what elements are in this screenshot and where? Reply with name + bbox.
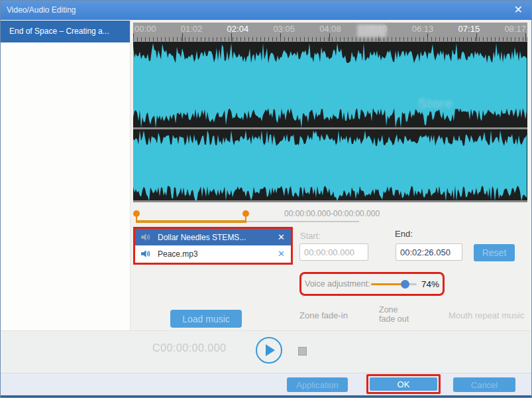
waveform-graphic — [133, 42, 527, 129]
selection-time-range: 00:00:00.000-00:00:00.000 — [284, 209, 380, 218]
waveform-track-2 — [133, 129, 527, 202]
tick-label: 06:13 — [412, 24, 434, 34]
playback-time: C00:00:00.000 — [152, 342, 226, 354]
music-track-list: Dollar Needles STEMS... ✕ Peace.mp3 ✕ — [133, 227, 293, 265]
waveform-track-1: Store — [133, 42, 527, 129]
zone-fade-in-label: Zone fade-in — [299, 310, 348, 320]
trim-range-track — [246, 221, 359, 222]
track-row-dollar-needles[interactable]: Dollar Needles STEMS... ✕ — [135, 229, 291, 245]
tick-label: 03:05 — [273, 24, 295, 34]
start-label: Start: — [300, 231, 321, 241]
waveform-panel: 00:00 01:02 02:04 03:05 04:08 05:10 06:1… — [133, 23, 527, 206]
watermark-smudge — [357, 25, 386, 37]
end-time-field[interactable] — [396, 243, 462, 261]
slider-handle[interactable] — [401, 280, 409, 289]
trim-end-stem — [245, 216, 246, 222]
track-name: Dollar Needles STEMS... — [158, 233, 278, 242]
sidebar-item-label: End of Space – Creating a... — [9, 27, 109, 36]
speaker-icon — [141, 233, 151, 241]
video-audio-editing-dialog: Video/Audio Editing ✕ End of Space – Cre… — [0, 0, 532, 398]
sidebar: End of Space – Creating a... — [1, 20, 131, 330]
waveform-graphic — [133, 129, 527, 202]
track-row-peace-mp3[interactable]: Peace.mp3 ✕ — [135, 245, 291, 262]
load-music-button[interactable]: Load music — [170, 310, 242, 328]
start-time-field[interactable] — [299, 243, 368, 261]
ok-button[interactable]: OK — [370, 377, 437, 391]
title-bar: Video/Audio Editing ✕ — [1, 1, 531, 20]
voice-adjustment-slider[interactable] — [371, 280, 417, 289]
trim-start-handle[interactable] — [133, 210, 140, 217]
window-title: Video/Audio Editing — [7, 5, 76, 15]
playback-bar: C00:00:00.000 — [1, 330, 531, 374]
voice-adjustment-group: Voice adjustment: 74% — [299, 272, 445, 296]
timeline-ruler[interactable]: 00:00 01:02 02:04 03:05 04:08 05:10 06:1… — [133, 23, 527, 42]
track-name: Peace.mp3 — [158, 249, 278, 259]
trim-range-bar — [136, 220, 246, 223]
mouth-repeat-music-label: Mouth repeat music — [449, 310, 524, 320]
reset-button[interactable]: Reset — [474, 244, 515, 261]
watermark-text: Store — [418, 96, 453, 111]
cancel-button[interactable]: Cancel — [453, 377, 515, 392]
tick-label: 07:15 — [458, 24, 480, 34]
timeline-labels: 00:00 01:02 02:04 03:05 04:08 05:10 06:1… — [133, 24, 527, 34]
footer-bar: Application OK Cancel — [1, 373, 531, 397]
voice-adjustment-value: 74% — [421, 279, 439, 289]
end-label: End: — [395, 229, 413, 239]
trim-end-handle[interactable] — [242, 210, 249, 217]
tick-label: 01:02 — [181, 24, 203, 34]
zone-fade-out-label: Zone fade out — [379, 305, 409, 324]
tick-label: 08:17 — [504, 24, 526, 34]
play-button[interactable] — [256, 337, 282, 364]
trim-start-stem — [136, 216, 137, 222]
tick-label: 00:00 — [134, 24, 156, 34]
stop-button[interactable] — [298, 347, 307, 356]
speaker-icon — [141, 249, 151, 258]
minor-ticks — [133, 37, 527, 41]
remove-track-icon[interactable]: ✕ — [278, 232, 285, 242]
tick-label: 04:08 — [319, 24, 341, 34]
play-icon — [266, 344, 275, 356]
ok-annotation-box: OK — [366, 374, 441, 394]
remove-track-icon[interactable]: ✕ — [278, 249, 285, 259]
close-icon[interactable]: ✕ — [514, 1, 523, 20]
application-button[interactable]: Application — [287, 377, 348, 392]
slider-fill — [371, 283, 405, 285]
voice-adjustment-label: Voice adjustment: — [305, 279, 370, 289]
sidebar-item-current-project[interactable]: End of Space – Creating a... — [1, 21, 130, 42]
tick-label: 02:04 — [227, 24, 249, 34]
